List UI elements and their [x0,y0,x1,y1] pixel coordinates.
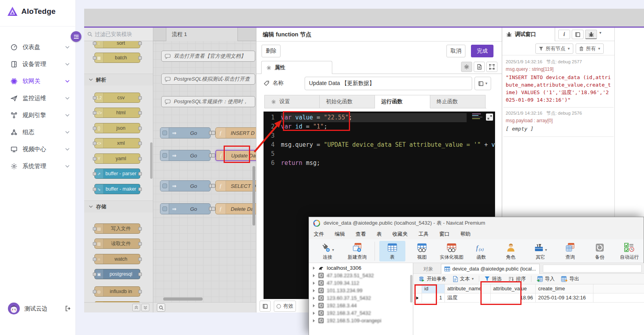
inject-button[interactable] [160,128,169,138]
palette-node-写入文件[interactable]: ▤写入文件 [94,223,140,234]
help-icon-button[interactable] [572,30,584,39]
column-header-id[interactable]: id [422,284,445,293]
table-row[interactable]: 1温度18.962025-01-09 14:32:16 [413,293,644,303]
comment-node[interactable]: 双击打开查看【官方使用文档】 [161,51,255,62]
tab-初始化函数[interactable]: 初始化函数 [320,95,375,108]
navicat-tool-自动运行[interactable]: 自动运行 [616,241,642,261]
sidebar-collapse-button[interactable] [71,31,81,42]
inject-node[interactable]: ⇒Go [160,180,211,191]
comment-node[interactable]: PostgreSQL常规操作：使用时， [161,96,255,107]
filter-nodes-button[interactable]: 所有节点▾ [535,44,573,54]
grid-tool-开始事务[interactable]: 开始事务 [416,274,449,283]
grid-tool-排序[interactable]: 排序 [506,274,528,283]
palette-node-json[interactable]: {}json [94,123,140,133]
expand-all-button[interactable] [141,304,149,311]
cancel-button[interactable]: 取消 [446,45,465,57]
tree-scrollbar[interactable] [410,275,412,303]
column-header-attribute_name[interactable]: attribute_name [445,284,491,293]
menu-编辑[interactable]: 编辑 [335,231,345,238]
navicat-tool-角色[interactable]: 角色 [498,241,524,261]
menu-工具[interactable]: 工具 [418,231,429,238]
palette-search-input[interactable] [95,31,146,37]
zoom-search-icon[interactable] [157,303,165,312]
palette-node-html[interactable]: </>html [94,108,140,118]
navicat-tool-连接[interactable]: ▾连接 [314,241,341,261]
menu-窗口[interactable]: 窗口 [439,231,450,238]
palette-node-postgresql[interactable]: ▣postgresql [94,269,140,279]
tab-终止函数[interactable]: 终止函数 [430,95,486,108]
inject-node[interactable]: ⇒Go [160,127,211,138]
grid-tool-导入[interactable]: 导入 [534,274,557,283]
user-row[interactable]: 测试云边 [8,303,71,314]
navicat-tool-其它[interactable]: ▾其它 [527,241,554,261]
connection-123.60.37.15_5432[interactable]: 123.60.37.15_5432 [309,294,413,302]
sidebar-item-1[interactable]: 仪表盘 [0,39,76,56]
debug-message[interactable]: 2025/1/9 14:32:16节点: debug 2577msg.query… [503,56,614,108]
palette-node-buffer - parser[interactable]: ⇗buffer - parser [94,168,140,179]
column-header-attribute_value[interactable]: attribute_value [491,284,536,293]
palette-scrollbar[interactable] [150,142,153,179]
tab-objects[interactable]: 对象 [417,264,439,274]
connection-localhost_3306[interactable]: localhost_3306 [309,264,413,272]
function-node-update-da[interactable]: ƒUpdate Da [215,150,256,161]
navicat-tool-查询[interactable]: 查询 [557,241,583,261]
library-button[interactable]: ▾ [475,77,491,90]
menu-文件[interactable]: 文件 [314,231,324,238]
connection-192.168.3.44[interactable]: 192.168.3.44 [309,302,413,309]
sidebar-item-5[interactable]: 规则引擎 [0,107,76,124]
flow-tab[interactable]: 流程 1 [166,28,238,41]
done-button[interactable]: 完成 [471,45,493,57]
inject-button[interactable] [160,150,169,161]
sidebar-item-6[interactable]: 组态 [0,124,76,141]
navicat-tool-视图[interactable]: 视图 [409,241,435,261]
chevron-down-icon[interactable]: ▾ [599,31,601,35]
connection-47.108.223.51_5432[interactable]: 47.108.223.51_5432 [309,272,413,279]
palette-group-header[interactable]: 解析 [84,74,153,85]
selection-icon-button[interactable] [486,62,497,72]
menu-收藏夹[interactable]: 收藏夹 [392,231,408,238]
inject-node[interactable]: ⇒Go [160,150,211,161]
menu-表[interactable]: 表 [377,231,382,238]
inject-button[interactable] [160,181,169,191]
function-node-insert-d[interactable]: ƒINSERT D [215,127,256,138]
sidebar-item-4[interactable]: 监控运维 [0,90,76,107]
palette-node-读取文件[interactable]: ▥读取文件 [94,238,140,249]
inject-node[interactable]: ⇒Go [160,203,211,214]
inject-button[interactable] [160,204,169,214]
palette-group-header[interactable]: 存储 [84,201,153,212]
palette-node-csv[interactable]: 1,2csv [94,93,140,103]
library-footer-button[interactable] [260,301,271,312]
navicat-tool-新建查询[interactable]: 新建查询 [344,241,370,261]
function-node-select-d[interactable]: ƒSELECT D [215,180,256,191]
debug-messages-icon-button[interactable] [585,30,597,39]
logout-icon[interactable] [65,305,71,312]
sidebar-item-2[interactable]: 设备管理 [0,56,76,73]
comment-node[interactable]: PostgreSQL模拟测试-双击打开查 [161,74,255,85]
expand-editor-icon[interactable] [486,114,493,121]
palette-node-yaml[interactable]: Yyaml [94,153,140,164]
connection-192.168.5.109-orangepi[interactable]: 192.168.5.109-orangepi [309,317,413,324]
node-name-input[interactable] [305,77,472,90]
palette-node-influxdb in[interactable]: ◎influxdb in [94,286,140,297]
connection-47.109.34.112[interactable]: 47.109.34.112 [309,279,413,287]
palette-search[interactable] [84,28,153,41]
node-settings-icon-button[interactable] [461,62,472,72]
data-grid[interactable]: idattribute_nameattribute_valuecreate_ti… [413,284,644,335]
grid-tool-筛选[interactable]: 筛选 [482,274,504,283]
menu-帮助[interactable]: 帮助 [460,231,471,238]
canvas-vertical-scrollbar[interactable] [252,166,255,225]
tab-device-data-table[interactable]: device_data @aiotedge.public (local... [441,264,540,274]
navicat-tool-表[interactable]: 表 [379,241,405,261]
connection-192.168.3.47_5432[interactable]: 192.168.3.47_5432 [309,309,413,317]
connection-101.133.234.99[interactable]: 101.133.234.99 [309,287,413,294]
info-icon-button[interactable]: i [558,30,570,39]
tab-properties[interactable]: 属性 [261,61,332,74]
function-node-delete-da[interactable]: ƒDelete Da [215,203,256,214]
tab-运行函数[interactable]: 运行函数 [375,95,430,108]
sidebar-item-3[interactable]: 软网关 [0,73,76,90]
sidebar-item-7[interactable]: 视频中心 [0,141,76,158]
canvas-horizontal-scrollbar[interactable] [163,297,203,301]
description-icon-button[interactable] [474,62,485,72]
navicat-tool-函数[interactable]: f(x)函数 [468,241,494,261]
collapse-all-button[interactable] [132,304,140,311]
